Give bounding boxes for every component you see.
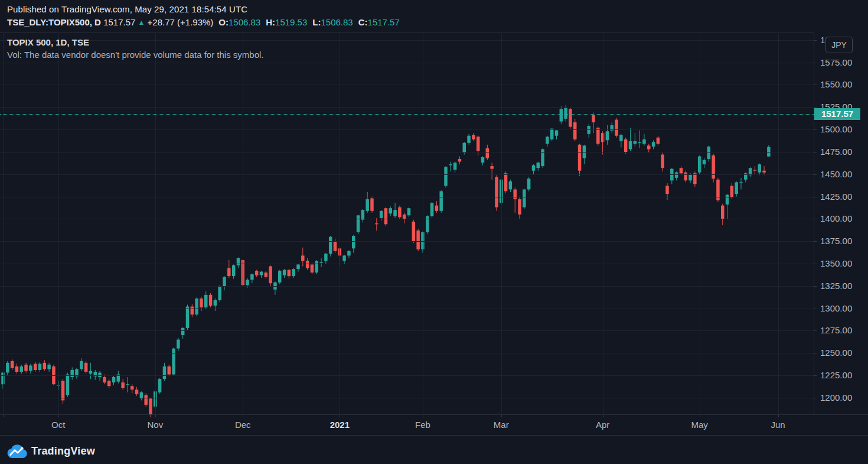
time-axis[interactable]: OctNovDec2021FebMarAprMayJun — [0, 414, 868, 436]
currency-toggle-button[interactable]: JPY — [825, 37, 853, 53]
candle-body — [407, 208, 411, 215]
candle-body — [569, 109, 572, 126]
price-tick-label: 1400.00 — [820, 213, 852, 224]
time-tick-label: Dec — [216, 420, 269, 430]
month-gridline — [155, 33, 156, 414]
time-tick-label: May — [673, 420, 726, 430]
price-gridline — [0, 241, 814, 242]
price-tick-mark — [814, 40, 817, 41]
candle-body — [657, 138, 660, 144]
month-gridline — [243, 33, 243, 414]
candle-body — [762, 171, 766, 173]
candle-body — [246, 280, 249, 285]
candle-body — [130, 386, 134, 390]
candle-body — [11, 361, 14, 368]
candle-body — [592, 115, 595, 122]
candle-body — [311, 265, 314, 273]
candle-body — [393, 210, 397, 216]
price-gridline — [0, 107, 814, 108]
candle-body — [739, 182, 743, 183]
candle-body — [537, 163, 540, 168]
candle-body — [458, 159, 462, 162]
candle-body — [495, 177, 498, 207]
candle-body — [135, 390, 139, 394]
candle-body — [296, 265, 300, 270]
candle-body — [107, 381, 111, 386]
month-gridline — [58, 33, 59, 414]
candle-body — [647, 145, 651, 149]
time-tick-mark — [58, 415, 59, 417]
candle-body — [504, 173, 508, 191]
candle-body — [84, 363, 88, 372]
candle-body — [301, 255, 305, 261]
candle-body — [619, 135, 623, 141]
price-tick-label: 1200.00 — [820, 392, 852, 403]
price-axis[interactable]: 1600.001575.001550.001525.001500.001475.… — [814, 33, 868, 414]
price-tick-label: 1275.00 — [820, 325, 852, 336]
last-price-dotted-line — [0, 114, 814, 115]
candle-body — [680, 168, 683, 173]
candle-body — [486, 148, 490, 158]
candle-body — [288, 270, 291, 277]
price-change: +28.77 (+1.93%) — [148, 17, 214, 27]
candle-body — [232, 265, 236, 276]
month-gridline — [340, 33, 340, 414]
candle-body — [735, 182, 738, 194]
price-gridline — [0, 174, 814, 175]
price-gridline — [0, 286, 814, 287]
candle-body — [370, 199, 374, 211]
candle-body — [29, 365, 32, 371]
candle-body — [292, 269, 295, 276]
candle-body — [416, 231, 420, 249]
candle-body — [472, 135, 475, 139]
candle-body — [347, 251, 351, 256]
candle-body — [615, 120, 618, 136]
candle-body — [70, 370, 74, 377]
candle-body — [319, 262, 323, 263]
candle-body — [195, 298, 198, 314]
tradingview-logo[interactable]: TradingView — [7, 441, 95, 461]
month-gridline — [778, 33, 779, 414]
time-tick-mark — [501, 415, 502, 417]
candle-body — [278, 271, 282, 283]
candle-body — [200, 298, 203, 307]
candle-body — [209, 295, 213, 306]
price-tick-label: 1300.00 — [820, 303, 852, 314]
price-tick-label: 1450.00 — [820, 169, 852, 180]
legend-symbol-title: TOPIX 500, 1D, TSE — [7, 37, 264, 47]
candle-body — [43, 363, 47, 369]
candle-body — [237, 258, 240, 265]
candle-body — [315, 261, 319, 272]
tradingview-cloud-icon — [7, 444, 27, 459]
chart-pane[interactable] — [0, 33, 814, 414]
candle-body — [80, 361, 83, 369]
candle-body — [218, 287, 221, 300]
candle-body — [453, 163, 457, 170]
legend-volume-note: Vol: The data vendor doesn't provide vol… — [7, 50, 264, 60]
time-tick-label: 2021 — [313, 420, 366, 430]
candle-body — [527, 179, 531, 189]
candle-body — [523, 190, 526, 207]
time-tick-mark — [423, 415, 423, 417]
candle-body — [606, 131, 609, 140]
candle-body — [398, 207, 402, 218]
candle-body — [6, 363, 9, 373]
candle-body — [753, 170, 757, 171]
symbol-title: TSE_DLY:TOPIX500, D — [7, 17, 101, 27]
close-label: C: — [358, 17, 368, 27]
time-tick-mark — [340, 415, 340, 417]
candle-body — [439, 192, 443, 211]
candle-body — [596, 128, 600, 144]
price-tick-mark — [814, 152, 817, 152]
candle-body — [467, 136, 471, 143]
time-tick-label: Nov — [129, 420, 182, 430]
month-gridline — [423, 33, 423, 414]
candle-body — [126, 384, 129, 385]
candle-body — [260, 272, 263, 275]
candle-body — [47, 365, 51, 369]
candle-body — [24, 365, 28, 371]
candle-body — [712, 155, 715, 179]
close-value: 1517.57 — [368, 17, 400, 27]
last-price: 1517.57 — [103, 17, 135, 27]
logo-text: TradingView — [31, 445, 95, 457]
